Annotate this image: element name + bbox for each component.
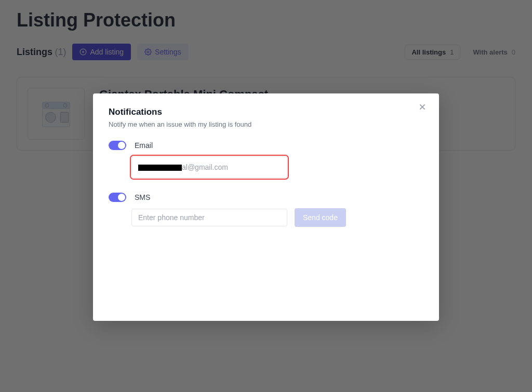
sms-toggle[interactable] — [109, 193, 126, 202]
sms-toggle-label: SMS — [135, 193, 150, 201]
phone-input[interactable] — [131, 209, 287, 226]
email-toggle-label: Email — [135, 141, 153, 150]
close-icon — [418, 103, 427, 111]
modal-subtitle: Notify me when an issue with my listing … — [109, 120, 423, 128]
redacted-email-prefix — [138, 165, 182, 171]
email-value-suffix: al@gmail.com — [182, 163, 228, 171]
notifications-modal: Notifications Notify me when an issue wi… — [93, 93, 439, 321]
modal-title: Notifications — [109, 107, 423, 117]
modal-overlay[interactable]: Notifications Notify me when an issue wi… — [0, 0, 532, 392]
send-code-button[interactable]: Send code — [295, 208, 346, 227]
email-input[interactable]: al@gmail.com — [131, 156, 287, 178]
email-toggle[interactable] — [109, 141, 126, 150]
close-button[interactable] — [418, 103, 429, 113]
